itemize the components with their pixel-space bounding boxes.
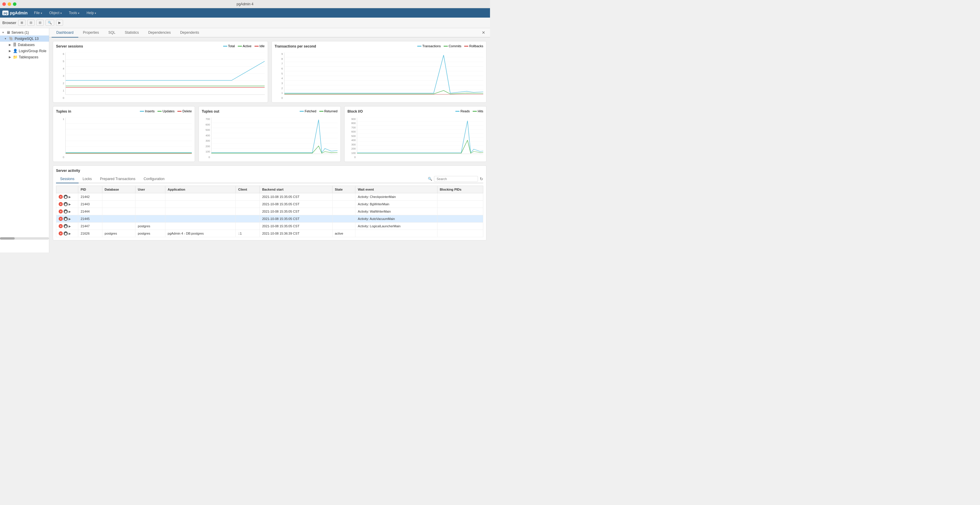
tab-dashboard[interactable]: Dashboard	[52, 28, 78, 38]
refresh-button[interactable]: ↻	[480, 177, 483, 181]
menu-tools[interactable]: Tools ▾	[66, 10, 83, 16]
menu-help[interactable]: Help ▾	[84, 10, 99, 16]
tab-sql[interactable]: SQL	[103, 28, 120, 38]
client-cell	[236, 215, 260, 223]
query-button[interactable]: ▶	[56, 20, 63, 26]
sidebar-item-servers[interactable]: ▾ 🖥 Servers (1)	[0, 29, 49, 35]
row-actions-cell: ✕ ◼ ▶	[56, 223, 78, 230]
expand-row-button[interactable]: ▶	[68, 232, 71, 235]
database-cell	[102, 193, 135, 201]
table-view-button[interactable]: ⊞	[18, 20, 25, 26]
reads-label: Reads	[460, 109, 470, 113]
backend-start-cell: 2021-10-08 15:36:39 CST	[259, 230, 332, 237]
tablespaces-label: Tablespaces	[19, 55, 38, 59]
pid-cell: 21443	[78, 201, 102, 208]
terminate-button[interactable]: ✕	[59, 202, 63, 206]
reads-color	[455, 111, 460, 112]
table-row: ✕ ◼ ▶ 21447 postgres 2021-10-08 15:35:05…	[56, 223, 483, 230]
expand-row-button[interactable]: ▶	[68, 202, 71, 206]
cancel-button[interactable]: ◼	[64, 195, 68, 199]
legend-transactions-label: Transactions	[422, 44, 441, 48]
properties-button[interactable]: ⊟	[37, 20, 44, 26]
row-actions-cell: ✕ ◼ ▶	[56, 201, 78, 208]
block-io-card: Block I/O Reads Hits	[344, 106, 487, 162]
legend-transactions: Transactions	[417, 44, 441, 48]
col-backend-start: Backend start	[259, 186, 332, 193]
tab-prepared-transactions[interactable]: Prepared Transactions	[96, 175, 140, 183]
terminate-button[interactable]: ✕	[59, 217, 63, 221]
menu-object[interactable]: Object ▾	[46, 10, 65, 16]
cancel-button[interactable]: ◼	[64, 224, 68, 228]
cancel-button[interactable]: ◼	[64, 209, 68, 213]
sidebar-item-postgresql[interactable]: ▾ 🐘 PostgreSQL 13	[0, 35, 49, 41]
titlebar: pgAdmin 4	[0, 0, 490, 8]
expand-arrow: ▶	[9, 56, 12, 59]
search-input[interactable]	[434, 176, 478, 182]
minimize-button[interactable]	[8, 2, 11, 6]
terminate-button[interactable]: ✕	[59, 209, 63, 213]
menu-file[interactable]: File ▾	[31, 10, 45, 16]
tab-close-button[interactable]: ✕	[479, 29, 488, 36]
state-cell	[332, 223, 355, 230]
tab-configuration[interactable]: Configuration	[140, 175, 169, 183]
search-button[interactable]: 🔍	[45, 20, 54, 26]
pid-cell: 21442	[78, 193, 102, 201]
activity-title: Server activity	[56, 169, 483, 173]
client-cell: ::1	[236, 230, 260, 237]
tab-statistics[interactable]: Statistics	[120, 28, 143, 38]
client-cell	[236, 208, 260, 215]
wait-event-cell: Activity: AutoVacuumMain	[355, 215, 437, 223]
y-axis: 6 5 4 3 2 1 0	[56, 53, 64, 99]
tab-sessions[interactable]: Sessions	[56, 175, 79, 183]
expand-row-button[interactable]: ▶	[68, 210, 71, 213]
txn-svg	[285, 53, 484, 94]
login-group-icon: 👤	[13, 49, 18, 53]
charts-row-2: Tuples in Inserts Updates	[53, 106, 487, 162]
blocking-pids-cell	[437, 193, 483, 201]
y-axis-bio: 900 800 700 600 500 400 300 200 100 0	[347, 118, 356, 159]
tab-properties[interactable]: Properties	[78, 28, 104, 38]
cancel-button[interactable]: ◼	[64, 231, 68, 236]
grid-view-button[interactable]: ⊟	[27, 20, 35, 26]
expand-row-button[interactable]: ▶	[68, 225, 71, 228]
cancel-button[interactable]: ◼	[64, 217, 68, 221]
updates-color	[158, 111, 162, 112]
expand-row-button[interactable]: ▶	[68, 217, 71, 221]
close-button[interactable]	[2, 2, 6, 6]
servers-label: Servers (1)	[11, 30, 29, 35]
pid-cell: 21447	[78, 223, 102, 230]
wait-event-cell: Activity: BgWriterMain	[355, 201, 437, 208]
tab-bar: Dashboard Properties SQL Statistics Depe…	[49, 28, 490, 38]
sessions-svg	[66, 53, 265, 94]
main-layout: ▾ 🖥 Servers (1) ▾ 🐘 PostgreSQL 13 ▶ 🗄 Da…	[0, 28, 490, 253]
terminate-button[interactable]: ✕	[59, 224, 63, 228]
database-cell: postgres	[102, 230, 135, 237]
cancel-button[interactable]: ◼	[64, 202, 68, 206]
expand-arrow: ▾	[5, 37, 8, 40]
expand-row-button[interactable]: ▶	[68, 195, 71, 199]
col-wait-event: Wait event	[355, 186, 437, 193]
col-pid: PID	[78, 186, 102, 193]
tab-dependencies[interactable]: Dependencies	[143, 28, 175, 38]
sidebar-scrollbar[interactable]	[0, 237, 49, 240]
sidebar-item-databases[interactable]: ▶ 🗄 Databases	[0, 41, 49, 48]
sidebar-item-tablespaces[interactable]: ▶ 📁 Tablespaces	[0, 54, 49, 60]
dashboard-content: Server sessions Total Active	[49, 38, 490, 253]
state-cell	[332, 201, 355, 208]
application-cell: pgAdmin 4 - DB:postgres	[165, 230, 235, 237]
terminate-button[interactable]: ✕	[59, 195, 63, 199]
terminate-button[interactable]: ✕	[59, 231, 63, 236]
tab-locks[interactable]: Locks	[79, 175, 96, 183]
blocking-pids-cell	[437, 201, 483, 208]
maximize-button[interactable]	[13, 2, 16, 6]
inserts-label: Inserts	[145, 109, 154, 113]
state-cell	[332, 215, 355, 223]
application-cell	[165, 208, 235, 215]
y-axis-ti: 1 0	[56, 118, 64, 159]
tab-dependents[interactable]: Dependents	[175, 28, 204, 38]
y-axis-to: 700 600 500 400 300 200 100 0	[202, 118, 210, 159]
sidebar-item-login-group[interactable]: ▶ 👤 Login/Group Role	[0, 48, 49, 54]
legend-active-label: Active	[243, 44, 251, 48]
user-cell: postgres	[135, 223, 165, 230]
tablespaces-icon: 📁	[13, 55, 18, 59]
